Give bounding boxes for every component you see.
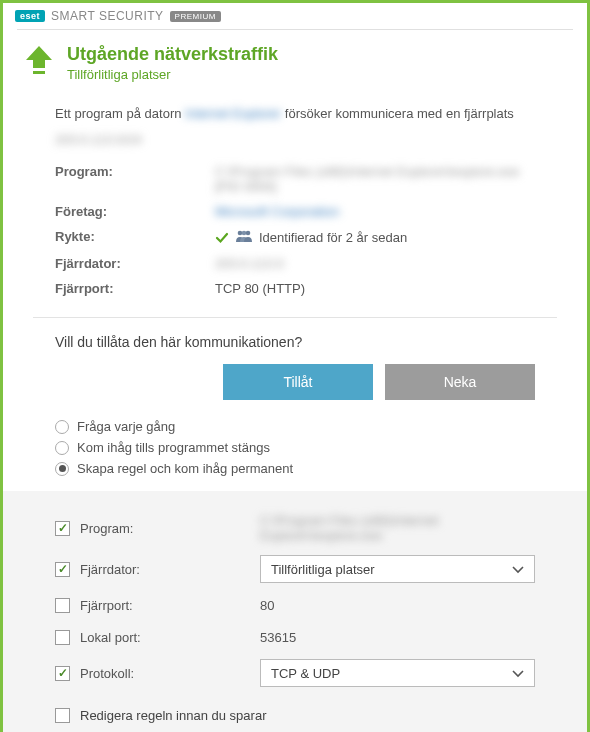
rule-edit-before-save-label: Redigera regeln innan du sparar [80, 708, 266, 723]
reputation-value: Identifierad för 2 år sedan [259, 230, 407, 245]
radio-icon [55, 462, 69, 476]
rule-remote-port-value: 80 [260, 598, 535, 613]
rule-protocol-checkbox[interactable] [55, 666, 70, 681]
radio-label: Kom ihåg tills programmet stängs [77, 440, 270, 455]
radio-ask-every-time[interactable]: Fråga varje gång [55, 416, 535, 437]
select-value: Tillförlitliga platser [271, 562, 375, 577]
desc-suffix: försöker kommunicera med en fjärrplats [285, 106, 514, 121]
check-icon [215, 231, 229, 245]
program-value: C:\Program Files (x86)\Internet Explorer… [215, 164, 535, 194]
chevron-down-icon [512, 666, 524, 681]
rule-remote-port-checkbox[interactable] [55, 598, 70, 613]
titlebar: eset SMART SECURITY PREMIUM [3, 3, 587, 25]
reputation-label: Rykte: [55, 229, 215, 246]
svg-point-2 [238, 231, 243, 236]
company-value: Microsoft Corporation [215, 204, 339, 219]
rule-section: Program: C:\Program Files (x86)\Internet… [3, 491, 587, 732]
rule-protocol-label: Protokoll: [80, 666, 260, 681]
alert-subtitle: Tillförlitliga platser [67, 67, 559, 82]
radio-create-rule[interactable]: Skapa regel och kom ihåg permanent [55, 458, 535, 479]
rule-remote-host-select[interactable]: Tillförlitliga platser [260, 555, 535, 583]
desc-ip-blurred: 203.0.113.0/24 [55, 130, 142, 150]
radio-label: Skapa regel och kom ihåg permanent [77, 461, 293, 476]
rule-program-value: C:\Program Files (x86)\Internet Explorer… [260, 513, 535, 543]
allow-button[interactable]: Tillåt [223, 364, 373, 400]
info-table: Program: C:\Program Files (x86)\Internet… [55, 159, 535, 301]
rule-local-port-checkbox[interactable] [55, 630, 70, 645]
company-label: Företag: [55, 204, 215, 219]
svg-rect-1 [33, 71, 45, 74]
remember-radio-group: Fråga varje gång Kom ihåg tills programm… [3, 416, 587, 491]
rule-remote-host-label: Fjärrdator: [80, 562, 260, 577]
brand-badge: eset [15, 10, 45, 22]
deny-button[interactable]: Neka [385, 364, 535, 400]
button-row: Tillåt Neka [3, 364, 587, 416]
rule-local-port-label: Lokal port: [80, 630, 260, 645]
description-block: Ett program på datorn Internet Explorer … [3, 92, 587, 307]
radio-remember-session[interactable]: Kom ihåg tills programmet stängs [55, 437, 535, 458]
outbound-arrow-icon [25, 44, 53, 76]
svg-point-4 [246, 231, 251, 236]
radio-icon [55, 420, 69, 434]
rule-program-label: Program: [80, 521, 260, 536]
chevron-down-icon [512, 562, 524, 577]
remote-host-value: 203.0.113.0 [215, 256, 284, 271]
users-icon [235, 229, 253, 246]
select-value: TCP & UDP [271, 666, 340, 681]
radio-label: Fråga varje gång [77, 419, 175, 434]
question-text: Vill du tillåta den här kommunikationen? [3, 318, 587, 364]
radio-icon [55, 441, 69, 455]
program-label: Program: [55, 164, 215, 194]
alert-title: Utgående nätverkstraffik [67, 44, 559, 65]
svg-marker-0 [26, 46, 52, 68]
edition-badge: PREMIUM [170, 11, 221, 22]
remote-port-label: Fjärrport: [55, 281, 215, 296]
svg-point-3 [242, 231, 247, 236]
alert-header: Utgående nätverkstraffik Tillförlitliga … [3, 30, 587, 92]
firewall-dialog: eset SMART SECURITY PREMIUM Utgående nät… [0, 0, 590, 732]
rule-program-checkbox[interactable] [55, 521, 70, 536]
remote-host-label: Fjärrdator: [55, 256, 215, 271]
rule-local-port-value: 53615 [260, 630, 535, 645]
rule-remote-port-label: Fjärrport: [80, 598, 260, 613]
rule-protocol-select[interactable]: TCP & UDP [260, 659, 535, 687]
product-name: SMART SECURITY [51, 9, 164, 23]
rule-remote-host-checkbox[interactable] [55, 562, 70, 577]
desc-app-blurred: Internet Explorer [185, 104, 281, 124]
remote-port-value: TCP 80 (HTTP) [215, 281, 535, 296]
rule-edit-before-save-checkbox[interactable] [55, 708, 70, 723]
desc-prefix: Ett program på datorn [55, 106, 185, 121]
